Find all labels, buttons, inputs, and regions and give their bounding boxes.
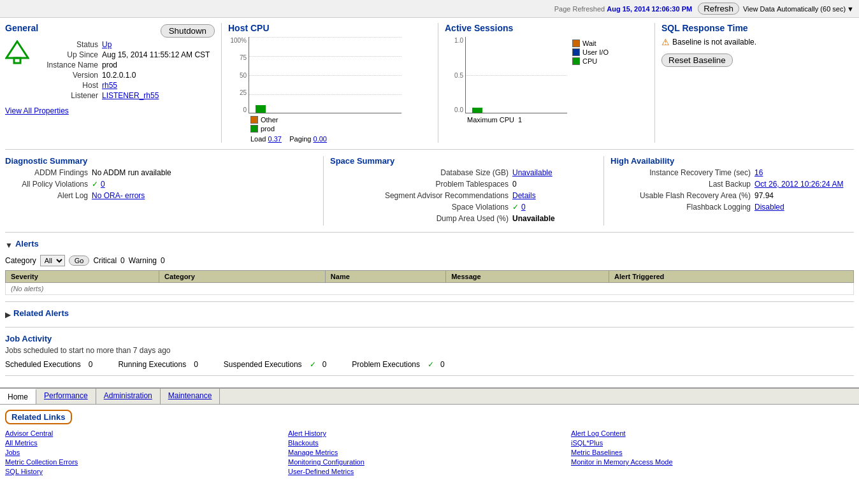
seg-advisor-label: Segment Advisor Recommendations — [330, 191, 509, 200]
scheduled-label: Scheduled Executions — [5, 360, 81, 369]
shutdown-button[interactable]: Shutdown — [161, 24, 215, 38]
link-monitor-memory[interactable]: Monitor in Memory Access Mode — [571, 458, 841, 466]
view-all-properties[interactable]: View All Properties — [5, 106, 215, 115]
seg-advisor-value[interactable]: Details — [512, 191, 536, 200]
listener-value[interactable]: LISTENER_rh55 — [102, 91, 159, 100]
cpu-title: Host CPU — [228, 23, 431, 33]
col-message: Message — [446, 271, 609, 283]
chevron-down-icon[interactable]: ▼ — [847, 5, 854, 13]
policy-label: All Policy Violations — [5, 180, 88, 189]
view-data-value: Automatically (60 sec) — [777, 5, 846, 13]
running-executions: Running Executions 0 — [118, 360, 198, 369]
general-title: General — [5, 23, 38, 33]
link-isql-plus[interactable]: iSQL*Plus — [571, 439, 841, 447]
problem-value: 0 — [440, 360, 445, 369]
status-value[interactable]: Up — [102, 40, 112, 49]
policy-value[interactable]: 0 — [101, 180, 105, 189]
legend-other-label: Other — [261, 116, 278, 124]
warning-icon: ⚠ — [661, 37, 670, 47]
link-sql-history[interactable]: SQL History — [5, 468, 275, 475]
tab-row: Home Performance Administration Maintena… — [0, 389, 859, 404]
link-all-metrics[interactable]: All Metrics — [5, 439, 275, 447]
view-data-label: View Data — [743, 5, 775, 13]
related-alerts-title: Related Alerts — [13, 308, 69, 318]
link-metric-collection-errors[interactable]: Metric Collection Errors — [5, 458, 275, 466]
category-label: Category — [5, 256, 36, 265]
link-alert-history[interactable]: Alert History — [288, 429, 558, 437]
flash-recovery-value: 97.94 — [754, 191, 774, 200]
link-jobs[interactable]: Jobs — [5, 449, 275, 456]
listener-label: Listener — [34, 91, 98, 100]
sessions-title: Active Sessions — [445, 23, 648, 33]
addm-value: No ADDM run available — [92, 168, 171, 177]
link-metric-baselines[interactable]: Metric Baselines — [571, 449, 841, 456]
problem-executions: Problem Executions ✓ 0 — [352, 360, 444, 369]
cpu-y-25: 25 — [240, 89, 247, 96]
refresh-button[interactable]: Refresh — [698, 3, 739, 15]
reset-baseline-button[interactable]: Reset Baseline — [661, 54, 733, 67]
sql-title: SQL Response Time — [661, 23, 854, 33]
status-label: Status — [34, 40, 98, 49]
problem-check: ✓ — [428, 360, 434, 369]
legend-wait-box — [572, 40, 580, 47]
legend-userio-box — [572, 48, 580, 56]
panel-cpu: Host CPU 100% 75 50 25 0 — [222, 23, 438, 143]
tab-performance[interactable]: Performance — [36, 389, 96, 404]
recovery-time-value[interactable]: 16 — [754, 168, 763, 177]
svg-rect-1 — [14, 58, 20, 63]
problem-label: Problem Executions — [352, 360, 420, 369]
load-value[interactable]: 0.37 — [268, 135, 282, 143]
table-row: (No alerts) — [6, 283, 854, 295]
related-links-section: Related Links Advisor Central All Metric… — [0, 405, 859, 482]
link-blackouts[interactable]: Blackouts — [288, 439, 558, 447]
flashback-value[interactable]: Disabled — [754, 203, 784, 212]
host-value[interactable]: rh55 — [102, 81, 117, 90]
refresh-time: Aug 15, 2014 12:06:30 PM — [607, 5, 692, 13]
cpu-y-0: 0 — [243, 106, 247, 113]
version-label: Version — [34, 71, 98, 80]
diagnostic-title: Diagnostic Summary — [5, 156, 317, 166]
category-select[interactable]: All — [40, 255, 65, 266]
policy-check: ✓ — [92, 180, 98, 189]
paging-value[interactable]: 0.00 — [314, 135, 327, 143]
cpu-bar-prod — [256, 105, 266, 113]
up-since-label: Up Since — [34, 50, 98, 59]
cpu-legend: Other prod — [250, 116, 419, 133]
load-label: Load — [250, 135, 266, 143]
instance-label: Instance Name — [34, 61, 98, 69]
sessions-legend: Wait User I/O CPU — [572, 40, 609, 113]
tab-maintenance[interactable]: Maintenance — [161, 389, 220, 404]
go-button[interactable]: Go — [69, 256, 90, 266]
sess-y-05: 0.5 — [454, 72, 463, 79]
sess-y-0: 0.0 — [454, 106, 463, 113]
job-subtitle: Jobs scheduled to start no more than 7 d… — [5, 346, 854, 355]
load-paging: Load 0.37 Paging 0.00 — [250, 135, 419, 143]
running-label: Running Executions — [118, 360, 186, 369]
legend-cpu-label: CPU — [582, 57, 597, 65]
job-row: Scheduled Executions 0 Running Execution… — [5, 360, 854, 369]
link-manage-metrics[interactable]: Manage Metrics — [288, 449, 558, 456]
warning-value: 0 — [161, 256, 165, 265]
dbsize-value[interactable]: Unavailable — [512, 168, 552, 177]
last-backup-value[interactable]: Oct 26, 2012 10:26:24 AM — [754, 180, 843, 189]
cpu-y-50: 50 — [240, 72, 247, 79]
tab-home[interactable]: Home — [0, 389, 36, 404]
link-monitoring-config[interactable]: Monitoring Configuration — [288, 458, 558, 466]
addm-label: ADDM Findings — [5, 168, 88, 177]
link-alert-log-content[interactable]: Alert Log Content — [571, 429, 841, 437]
alertlog-value[interactable]: No ORA- errors — [92, 191, 145, 200]
link-user-defined-metrics[interactable]: User-Defined Metrics — [288, 468, 558, 475]
alerts-filter: Category All Go Critical 0 Warning 0 — [5, 255, 854, 266]
job-activity-title: Job Activity — [5, 334, 854, 343]
scheduled-executions: Scheduled Executions 0 — [5, 360, 92, 369]
version-value: 10.2.0.1.0 — [102, 71, 136, 80]
link-advisor-central[interactable]: Advisor Central — [5, 429, 275, 437]
panel-space: Space Summary Database Size (GB) Unavail… — [324, 156, 604, 226]
legend-cpu-box — [572, 57, 580, 65]
last-backup-label: Last Backup — [610, 180, 751, 189]
max-cpu-label: Maximum CPU — [467, 116, 514, 124]
space-viol-value[interactable]: 0 — [521, 203, 526, 212]
tab-administration[interactable]: Administration — [96, 389, 161, 404]
top-bar: Page Refreshed Aug 15, 2014 12:06:30 PM … — [0, 0, 859, 18]
max-cpu-value: 1 — [518, 116, 522, 124]
